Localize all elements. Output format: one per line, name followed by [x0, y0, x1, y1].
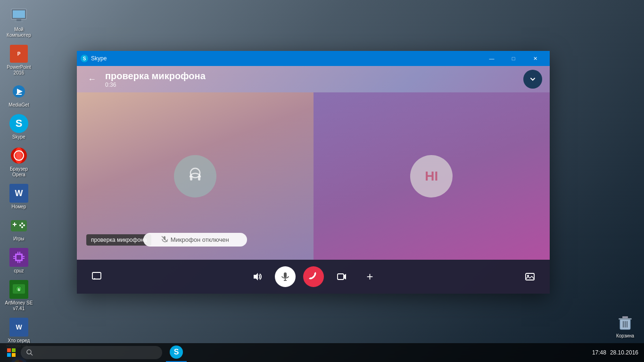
title-bar: S Skype — □ ✕ [77, 51, 550, 66]
desktop-icon-opera[interactable]: БраузерOpera [2, 144, 36, 180]
mediaget-icon [9, 82, 28, 101]
svg-rect-2 [17, 19, 21, 21]
xto-icon: W [9, 318, 28, 337]
mic-muted-badge: Микрофон отключен [143, 233, 247, 247]
opera-label: БраузерOpera [10, 166, 28, 178]
svg-rect-25 [13, 258, 15, 259]
start-button[interactable] [2, 343, 21, 362]
artmoney-icon: $ [9, 280, 28, 299]
title-bar-controls: — □ ✕ [481, 51, 546, 66]
word-nomer-icon: W [9, 184, 28, 203]
call-panel-left: Микрофон отключен проверка микрофона [77, 92, 314, 260]
svg-rect-22 [17, 261, 18, 263]
call-header: ← проверка микрофона 0:36 [77, 66, 550, 92]
svg-rect-24 [13, 256, 15, 257]
call-title-area: проверка микрофона 0:36 [105, 71, 523, 88]
close-button[interactable]: ✕ [524, 51, 546, 66]
svg-point-10 [16, 151, 22, 160]
call-area: ← проверка микрофона 0:36 [77, 66, 550, 294]
video-button[interactable] [331, 266, 352, 287]
svg-point-62 [27, 350, 31, 354]
svg-rect-27 [23, 258, 25, 259]
recycle-bin-icon [616, 313, 635, 332]
games-label: Игры [13, 236, 25, 242]
skype-window: S Skype — □ ✕ ← проверка микрофона 0:36 [77, 51, 550, 294]
chat-button[interactable] [86, 266, 107, 287]
desktop-icon-my-computer[interactable]: МойКомпьютер [2, 5, 36, 40]
svg-rect-38 [623, 321, 624, 328]
desktop-icon-word-nomer[interactable]: W Номер [2, 182, 36, 212]
svg-rect-13 [14, 222, 15, 226]
mediaget-label: MediaGet [8, 102, 29, 108]
taskbar-right: 17:48 28.10.2016 [592, 349, 642, 356]
taskbar-date: 28.10.2016 [610, 349, 638, 356]
title-bar-title: Skype [91, 55, 481, 62]
mic-button[interactable] [275, 266, 296, 287]
svg-rect-21 [19, 252, 20, 254]
remote-avatar-initials: HI [425, 169, 438, 184]
games-icon [9, 216, 28, 235]
call-title: проверка микрофона [105, 71, 523, 82]
remote-avatar: HI [410, 155, 453, 197]
svg-rect-58 [7, 348, 11, 352]
svg-rect-1 [13, 10, 25, 18]
desktop-icon-games[interactable]: Игры [2, 214, 36, 244]
desktop-icons-area: МойКомпьютер P PowerPoint2016 MediaGet [0, 0, 38, 362]
opera-icon [9, 146, 28, 165]
artmoney-label: ArtMoney SEv7.41 [5, 300, 33, 312]
main-controls: + [247, 266, 380, 287]
dropdown-button[interactable] [523, 70, 542, 89]
taskbar-skype[interactable]: S [166, 343, 187, 362]
svg-rect-3 [15, 21, 23, 22]
svg-rect-49 [92, 272, 101, 279]
call-panels: Микрофон отключен проверка микрофона HI [77, 92, 550, 260]
local-avatar [174, 155, 216, 197]
svg-rect-20 [17, 252, 18, 254]
mic-muted-label: Микрофон отключен [171, 236, 229, 243]
mic-muted-icon [161, 236, 168, 244]
svg-rect-40 [627, 321, 627, 328]
svg-point-17 [21, 226, 23, 228]
skype-window-icon: S [81, 55, 88, 62]
taskbar-search[interactable] [21, 346, 162, 359]
svg-line-63 [31, 354, 33, 355]
caller-tooltip: проверка микрофона [86, 234, 151, 246]
volume-button[interactable] [247, 266, 267, 287]
desktop-icon-artmoney[interactable]: $ ArtMoney SEv7.41 [2, 278, 36, 313]
skype-desktop-label: Skype [12, 134, 25, 140]
svg-rect-26 [23, 256, 25, 257]
cpuz-label: cpuz [14, 268, 24, 274]
desktop-icon-mediaget[interactable]: MediaGet [2, 80, 36, 110]
skype-desktop-icon: S [9, 114, 28, 133]
svg-rect-42 [622, 316, 628, 318]
my-computer-label: МойКомпьютер [7, 27, 31, 38]
call-panel-right: HI [314, 92, 550, 260]
end-call-button[interactable] [303, 266, 324, 287]
desktop-icon-skype[interactable]: S Skype [2, 112, 36, 142]
svg-rect-59 [12, 348, 16, 352]
svg-point-14 [21, 222, 23, 224]
image-button[interactable] [520, 266, 540, 287]
svg-rect-60 [7, 353, 11, 357]
minimize-button[interactable]: — [481, 51, 503, 66]
svg-point-16 [19, 224, 21, 226]
recycle-bin-label: Корзина [616, 333, 634, 338]
computer-icon [9, 7, 28, 25]
recycle-bin[interactable]: Корзина [616, 313, 635, 338]
back-button[interactable]: ← [84, 72, 99, 87]
maximize-button[interactable]: □ [503, 51, 524, 66]
taskbar-time: 17:48 [592, 349, 606, 356]
desktop-icon-cpuz[interactable]: cpuz [2, 246, 36, 276]
taskbar: S 17:48 28.10.2016 [0, 343, 644, 362]
taskbar-apps: S [166, 343, 187, 362]
svg-marker-50 [254, 273, 258, 280]
desktop-icon-powerpoint[interactable]: P PowerPoint2016 [2, 42, 36, 78]
svg-rect-23 [19, 261, 20, 263]
cpuz-icon [9, 248, 28, 267]
word-nomer-label: Номер [12, 204, 26, 210]
svg-rect-54 [338, 274, 344, 280]
svg-text:$: $ [18, 288, 20, 292]
svg-rect-56 [526, 273, 534, 280]
add-button[interactable]: + [360, 266, 380, 287]
powerpoint-label: PowerPoint2016 [7, 65, 31, 76]
